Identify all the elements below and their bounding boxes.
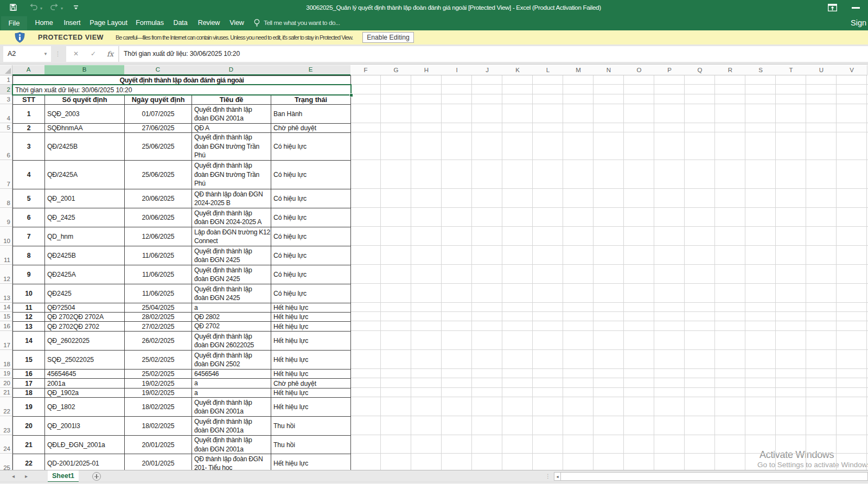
column-header-G[interactable]: G (381, 65, 412, 75)
cell-ngay-row21[interactable]: 20/01/2025 (125, 436, 192, 454)
cell-ngay-row7[interactable]: 12/06/2025 (125, 227, 192, 246)
column-header-O[interactable]: O (624, 65, 655, 75)
tab-insert[interactable]: Insert (64, 15, 81, 30)
cell-tieude-row22[interactable]: QĐ thành lập đoàn ĐGN 201- Tiểu học (192, 454, 271, 470)
cell-trangthai-row2[interactable]: Chờ phê duyệt (271, 124, 351, 133)
column-header-L[interactable]: L (533, 65, 564, 75)
cell-so-row16[interactable]: 45654645 (45, 370, 125, 379)
row-header-9[interactable]: 9 (0, 208, 12, 227)
column-header-A[interactable]: A (12, 65, 45, 75)
cell-ngay-row18[interactable]: 19/02/2025 (125, 389, 192, 398)
selection-fill-handle[interactable] (349, 93, 353, 97)
tab-page-layout[interactable]: Page Layout (90, 15, 127, 30)
row-header-3[interactable]: 3 (0, 94, 12, 104)
column-header-H[interactable]: H (411, 65, 442, 75)
cell-ngay-row2[interactable]: 27/06/2025 (125, 124, 192, 133)
cell-so-row18[interactable]: QĐ_1902a (45, 389, 125, 398)
cell-so-row5[interactable]: QĐ_2001 (45, 189, 125, 208)
row-header-16[interactable]: 16 (0, 321, 12, 331)
cell-trangthai-row5[interactable]: Có hiệu lực (271, 189, 351, 208)
column-header-J[interactable]: J (472, 65, 503, 75)
column-header-F[interactable]: F (350, 65, 381, 75)
row-header-23[interactable]: 23 (0, 416, 12, 435)
cell-ngay-row14[interactable]: 26/02/2025 (125, 332, 192, 351)
cell-so-row1[interactable]: SQĐ_2003 (45, 105, 125, 124)
undo-icon[interactable] (29, 3, 38, 11)
minimize-button[interactable] (852, 7, 860, 9)
cell-ngay-row5[interactable]: 20/06/2025 (125, 189, 192, 208)
row-header-8[interactable]: 8 (0, 189, 12, 208)
cell-ngay-row4[interactable]: 25/06/2025 (125, 161, 192, 189)
cell-so-row14[interactable]: QĐ_26022025 (45, 332, 125, 351)
cell-stt-row21[interactable]: 21 (13, 436, 45, 454)
cell-tieude-row13[interactable]: QĐ 2702 (192, 322, 271, 332)
cell-so-row20[interactable]: QĐ_2001l3 (45, 417, 125, 436)
cell-so-row12[interactable]: QĐ 2702QĐ 2702A (45, 313, 125, 322)
column-header-U[interactable]: U (806, 65, 837, 75)
sheet-nav-right-icon[interactable]: ▸ (25, 470, 28, 482)
cell-trangthai-row14[interactable]: Hết hiệu lực (271, 332, 351, 351)
column-header-C[interactable]: C (124, 65, 192, 75)
cell-so-row2[interactable]: SQĐhnmAA (45, 124, 125, 133)
cell-trangthai-row1[interactable]: Ban Hành (271, 105, 351, 124)
cell-stt-row5[interactable]: 5 (13, 189, 45, 208)
cell-so-row7[interactable]: QD_hnm (45, 227, 125, 246)
cell-so-row11[interactable]: QĐ?2504 (45, 303, 125, 313)
redo-icon[interactable] (50, 3, 59, 11)
cell-tieude-row20[interactable]: Quyết định thành lập đoàn ĐGN 2001a (192, 417, 271, 436)
row-header-19[interactable]: 19 (0, 369, 12, 378)
row-header-1[interactable]: 1 (0, 75, 12, 85)
row-header-10[interactable]: 10 (0, 227, 12, 246)
cell-tieude-row12[interactable]: QĐ 2802 (192, 313, 271, 322)
row-header-25[interactable]: 25 (0, 454, 12, 470)
row-header-11[interactable]: 11 (0, 246, 12, 265)
cell-trangthai-row16[interactable]: Hết hiệu lực (271, 370, 351, 379)
cell-trangthai-row18[interactable]: Hết hiệu lực (271, 389, 351, 398)
cell-tieude-row7[interactable]: Lập đoàn ĐGN trường K12 Connect (192, 227, 271, 246)
cell-ngay-row13[interactable]: 27/02/2025 (125, 322, 192, 332)
cancel-icon[interactable]: ✕ (71, 46, 81, 62)
cell-header-4[interactable]: Trạng thái (271, 95, 351, 105)
tab-file[interactable]: File (1, 16, 27, 30)
row-header-2[interactable]: 2 (0, 85, 12, 94)
cell-stt-row11[interactable]: 11 (13, 303, 45, 313)
name-box-resizer[interactable]: ⋮ (55, 46, 61, 62)
cell-tieude-row18[interactable]: a (192, 389, 271, 398)
row-header-15[interactable]: 15 (0, 312, 12, 321)
save-icon[interactable] (10, 4, 17, 11)
hscroll-track[interactable] (561, 472, 868, 481)
column-header-R[interactable]: R (715, 65, 746, 75)
name-box[interactable]: A2 ▼ (3, 46, 51, 62)
row-header-24[interactable]: 24 (0, 435, 12, 454)
cell-header-3[interactable]: Tiêu đề (192, 95, 271, 105)
cell-tieude-row1[interactable]: Quyết định thành lập đoàn ĐGN 2001a (192, 105, 271, 124)
cell-so-row19[interactable]: QĐ_1802 (45, 398, 125, 417)
cell-stt-row13[interactable]: 13 (13, 322, 45, 332)
cell-stt-row2[interactable]: 2 (13, 124, 45, 133)
row-header-12[interactable]: 12 (0, 265, 12, 284)
row-header-21[interactable]: 21 (0, 388, 12, 397)
cell-stt-row18[interactable]: 18 (13, 389, 45, 398)
cell-so-row8[interactable]: QĐ2425B (45, 246, 125, 265)
cell-ngay-row8[interactable]: 11/06/2025 (125, 246, 192, 265)
row-header-18[interactable]: 18 (0, 350, 12, 369)
cell-trangthai-row6[interactable]: Có hiệu lực (271, 208, 351, 227)
cell-trangthai-row8[interactable]: Có hiệu lực (271, 246, 351, 265)
cell-trangthai-row7[interactable]: Có hiệu lực (271, 227, 351, 246)
column-header-Q[interactable]: Q (685, 65, 716, 75)
cell-ngay-row16[interactable]: 25/02/2025 (125, 370, 192, 379)
sign-in-button[interactable]: Sign in (851, 15, 868, 30)
hscroll-resizer[interactable]: ⋮ (545, 470, 551, 482)
cell-ngay-row12[interactable]: 28/02/2025 (125, 313, 192, 322)
column-header-I[interactable]: I (442, 65, 473, 75)
hscroll-left-arrow[interactable]: ◂ (554, 472, 561, 481)
cell-ngay-row6[interactable]: 20/06/2025 (125, 208, 192, 227)
row-header-14[interactable]: 14 (0, 303, 12, 312)
cell-so-row4[interactable]: QĐ/2425A (45, 161, 125, 189)
undo-dropdown-icon[interactable]: ▾ (40, 6, 42, 11)
cell-stt-row6[interactable]: 6 (13, 208, 45, 227)
cell-so-row3[interactable]: QĐ/2425B (45, 133, 125, 161)
cell-trangthai-row12[interactable]: Hết hiệu lực (271, 313, 351, 322)
column-header-V[interactable]: V (837, 65, 867, 75)
redo-dropdown-icon[interactable]: ▾ (61, 6, 63, 11)
